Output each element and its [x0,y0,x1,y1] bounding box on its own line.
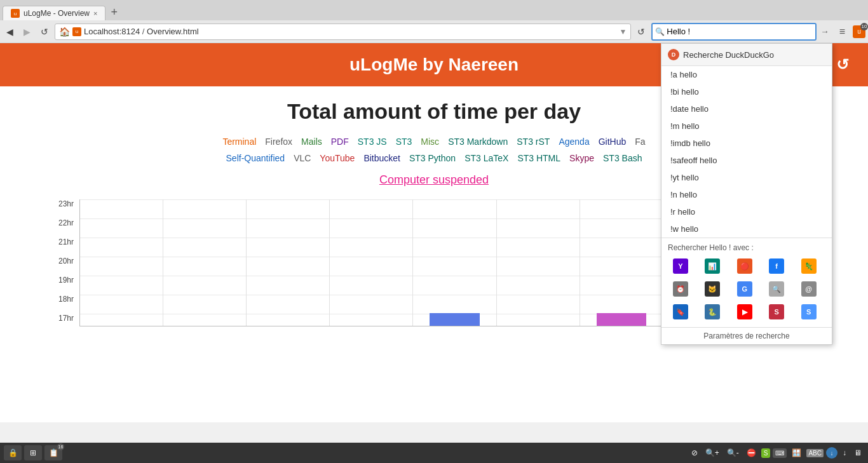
link-misc[interactable]: Misc [421,137,439,147]
spellcheck-icon[interactable]: ABC [806,449,824,457]
chart-label-20hr: 20hr [58,257,74,265]
chart-label-19hr: 19hr [58,276,74,285]
forward-button[interactable]: ▶ [20,24,34,39]
back-button[interactable]: ◀ [3,24,17,39]
engine-btn-1[interactable]: 📊 [700,256,725,276]
taskbar-badge: 16 [57,443,64,450]
taskbar-zoom-in-icon[interactable]: 🔍+ [703,447,722,459]
update-icon[interactable]: ↓ [826,447,837,459]
link-st3-html[interactable]: ST3 HTML [517,153,560,163]
chart-label-21hr: 21hr [58,238,74,246]
chart-label-22hr: 22hr [58,218,74,227]
link-st3-bash[interactable]: ST3 Bash [603,153,642,163]
link-firefox[interactable]: Firefox [265,137,292,147]
tab-favicon: u [11,9,20,18]
active-tab[interactable]: u uLogMe - Overview × [3,6,105,20]
taskbar-right: ⊘ 🔍+ 🔍- ⛔ S ⌨ 🪟 ABC ↓ ↓ 🖥 [689,447,864,459]
chart-bar-blue [430,313,479,326]
suggestion-item[interactable]: !bi hello [661,83,832,100]
address-page[interactable]: Overview.html [147,27,199,36]
search-icon: 🔍 [655,27,665,36]
suggestion-item[interactable]: !m hello [661,117,832,135]
engine-btn-7[interactable]: G [732,279,757,299]
arrow-icon[interactable]: ↓ [840,447,849,459]
reload-button[interactable]: ↺ [37,24,52,39]
link-bitbucket[interactable]: Bitbucket [363,153,400,163]
engine-btn-9[interactable]: @ [796,279,822,299]
link-agenda[interactable]: Agenda [559,137,589,147]
search-go-button[interactable]: → [818,24,831,39]
suggestion-item[interactable]: !n hello [661,186,832,203]
suggestion-item[interactable]: !safeoff hello [661,152,832,169]
search-input[interactable] [651,23,817,41]
suggestion-item[interactable]: !a hello [661,66,832,83]
tab-close-btn[interactable]: × [93,10,97,17]
link-st3[interactable]: ST3 [396,137,412,147]
engine-btn-13[interactable]: S [764,302,789,322]
engine-btn-8[interactable]: 🔍 [764,279,789,299]
engine-btn-3[interactable]: f [764,256,789,276]
ddg-label: Recherche DuckDuckGo [683,50,774,60]
link-vlc[interactable]: VLC [294,153,311,163]
browser-menu-button[interactable]: ≡ [834,23,850,40]
chart-col-4 [413,199,496,326]
address-bar-container: 🏠 u Localhost:8124 / Overview.html ▼ [55,23,631,40]
new-tab-button[interactable]: + [105,4,123,20]
chart-col-3 [330,199,413,326]
link-mails[interactable]: Mails [301,137,322,147]
keyboard-icon[interactable]: ⌨ [773,448,787,458]
engine-btn-4[interactable]: 🦎 [796,256,822,276]
suggestion-item[interactable]: !r hello [661,203,832,220]
engine-btn-11[interactable]: 🐍 [700,302,725,322]
taskbar-block-icon[interactable]: ⊘ [689,447,700,459]
suggestion-item[interactable]: !w hello [661,220,832,238]
home-icon: 🏠 [59,27,70,37]
engine-btn-6[interactable]: 🐱 [700,279,725,299]
engine-btn-14[interactable]: S [796,302,822,322]
engine-btn-2[interactable]: 🔴 [732,256,757,276]
dropdown-header: D Recherche DuckDuckGo [661,44,832,66]
chart-col-5 [497,199,580,326]
link-pdf[interactable]: PDF [331,137,349,147]
suggestions-list: !a hello!bi hello!date hello!m hello!imd… [661,66,832,238]
tab-bar: u uLogMe - Overview × + [0,0,868,20]
taskbar-lock-icon[interactable]: 🔒 [4,445,22,460]
link-st3-python[interactable]: ST3 Python [409,153,456,163]
link-fa[interactable]: Fa [635,137,645,147]
link-terminal[interactable]: Terminal [222,137,256,147]
window-icon[interactable]: 🪟 [789,447,804,459]
link-github[interactable]: GitHub [599,137,627,147]
suggestion-item[interactable]: !yt hello [661,169,832,186]
taskbar-zoom-out-icon[interactable]: 🔍- [724,447,742,459]
suggestion-item[interactable]: !imdb hello [661,135,832,152]
link-st3-latex[interactable]: ST3 LaTeX [465,153,508,163]
taskbar-apps-icon[interactable]: ⊞ [24,445,42,460]
search-engines-section: Rechercher Hello ! avec : Y📊🔴f🦎 ⏰🐱G🔍@ 🔖🐍… [661,238,832,327]
suse-icon[interactable]: S [761,448,771,458]
link-skype[interactable]: Skype [569,153,594,163]
search-bar-wrapper: 🔍 → [651,23,831,41]
engine-btn-10[interactable]: 🔖 [668,302,693,322]
link-st3-js[interactable]: ST3 JS [358,137,387,147]
tab-title: uLogMe - Overview [24,9,90,18]
address-sep: / [142,27,147,36]
suggestion-item[interactable]: !date hello [661,100,832,117]
search-settings-link[interactable]: Paramètres de recherche [661,327,832,344]
link-self-quantified[interactable]: Self-Quantified [226,153,285,163]
link-youtube[interactable]: YouTube [320,153,355,163]
nav-bar: ◀ ▶ ↺ 🏠 u Localhost:8124 / Overview.html… [0,20,868,43]
refresh-circle-btn[interactable]: ↺ [836,56,849,74]
taskbar-badge-item[interactable]: 📋 16 [44,445,62,460]
engine-btn-12[interactable]: ▶ [732,302,757,322]
link-st3-markdown[interactable]: ST3 Markdown [448,137,508,147]
engine-btn-0[interactable]: Y [668,256,693,276]
taskbar: 🔒 ⊞ 📋 16 ⊘ 🔍+ 🔍- ⛔ S ⌨ 🪟 ABC ↓ ↓ 🖥 [0,443,868,463]
refresh-nav-button[interactable]: ↺ [634,24,649,39]
chart-label-23hr: 23hr [58,199,74,208]
address-host[interactable]: Localhost:8124 [84,27,140,36]
addon-icon[interactable]: u 10 [853,25,865,38]
taskbar-stop-icon[interactable]: ⛔ [744,447,759,459]
display-icon[interactable]: 🖥 [851,447,864,459]
engine-btn-5[interactable]: ⏰ [668,279,693,299]
link-st3-rst[interactable]: ST3 rST [517,137,550,147]
